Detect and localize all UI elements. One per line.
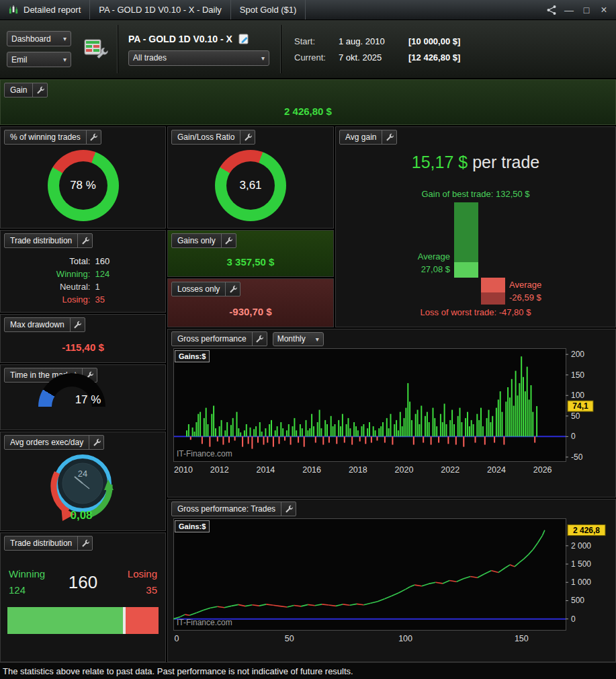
- trades-filter-value: All trades: [133, 53, 167, 63]
- chevron-down-icon: ▾: [63, 56, 67, 63]
- report-settings-icon[interactable]: [82, 37, 109, 61]
- wrench-icon[interactable]: [281, 502, 296, 516]
- titlebar-instrument-segment: Spot Gold ($1): [231, 0, 306, 19]
- period-select[interactable]: Monthly ▾: [273, 332, 324, 346]
- gain-value: 2 426,80 $: [1, 106, 615, 117]
- svg-text:150: 150: [571, 370, 584, 380]
- gain-loss-ratio-panel: Gain/Loss Ratio 3,61: [167, 126, 334, 229]
- current-label: Current:: [294, 52, 336, 63]
- winning-trades-donut: 78 %: [48, 150, 119, 221]
- losing-count: 35: [128, 584, 157, 596]
- max-drawdown-title: Max drawdown: [5, 318, 70, 331]
- wrench-icon[interactable]: [252, 332, 267, 346]
- current-date: 7 okt. 2025: [339, 52, 406, 63]
- edit-report-icon[interactable]: [238, 33, 250, 45]
- svg-text:200: 200: [571, 350, 584, 359]
- worst-trade-bar: [481, 278, 505, 305]
- winning-trades-title: % of winning trades: [5, 130, 86, 144]
- disclaimer-bar: The statistics above relate to past data…: [0, 662, 616, 679]
- gross-performance-trades-header: Gross performance: Trades: [171, 502, 296, 516]
- trades-filter-select[interactable]: All trades ▾: [128, 50, 269, 66]
- wrench-icon[interactable]: [86, 130, 101, 144]
- wrench-icon[interactable]: [221, 234, 236, 247]
- trade-distribution-panel: Trade distribution Total: 160 Winning: 1…: [0, 230, 166, 313]
- account-summary: Start: 1 aug. 2010 [10 000,00 $] Current…: [285, 36, 470, 63]
- avg-gain-per-trade-suffix: per trade: [468, 153, 539, 171]
- wrench-icon[interactable]: [32, 83, 47, 97]
- avg-gain-headline: 15,17 $ per trade: [336, 153, 615, 172]
- gains-only-title: Gains only: [172, 234, 221, 247]
- svg-text:2026: 2026: [533, 465, 552, 475]
- minimize-button[interactable]: —: [564, 5, 574, 15]
- svg-text:2012: 2012: [210, 465, 229, 475]
- gains-axis-tag: Gains:$: [175, 350, 210, 362]
- svg-text:50: 50: [571, 411, 580, 421]
- wrench-icon[interactable]: [70, 318, 85, 331]
- svg-text:0: 0: [175, 634, 179, 643]
- wrench-icon[interactable]: [77, 234, 92, 247]
- chevron-down-icon: ▾: [63, 35, 67, 42]
- wrench-icon[interactable]: [240, 130, 255, 144]
- svg-text:2 426,8: 2 426,8: [573, 526, 600, 535]
- avg-orders-header: Avg orders exec/day: [4, 435, 104, 450]
- average-win-word: Average: [418, 251, 450, 262]
- losses-only-header: Losses only: [171, 282, 240, 296]
- winning-trades-value: 78 %: [48, 150, 119, 221]
- chevron-down-icon: ▾: [261, 54, 265, 62]
- winning-label: Winning:: [56, 269, 91, 279]
- svg-text:2022: 2022: [441, 465, 459, 475]
- avg-orders-title: Avg orders exec/day: [5, 436, 89, 449]
- average-loss-label: Average -26,59 $: [509, 279, 541, 305]
- gain-loss-ratio-donut: 3,61: [215, 150, 286, 221]
- winning-trades-header: % of winning trades: [4, 130, 101, 145]
- svg-text:100: 100: [571, 391, 584, 400]
- svg-text:IT-Finance.com: IT-Finance.com: [177, 449, 232, 458]
- report-title: PA - GOLD 1D V0.10 - X: [128, 34, 232, 44]
- gain-panel-title: Gain: [5, 83, 32, 97]
- trade-distribution-bar-title: Trade distribution: [5, 536, 77, 550]
- losing-value: 35: [95, 294, 109, 305]
- maximize-button[interactable]: □: [581, 5, 592, 15]
- start-value: [10 000,00 $]: [408, 36, 460, 46]
- profile-select[interactable]: Emil ▾: [7, 52, 71, 67]
- monthly-bar-chart: -5005010015020074,1201020122014201620182…: [173, 348, 610, 482]
- losses-only-value: -930,70 $: [168, 306, 333, 317]
- gross-performance-trades-panel: Gross performance: Trades Gains:$ 05001 …: [167, 499, 616, 662]
- wrench-icon[interactable]: [77, 536, 92, 550]
- svg-text:2016: 2016: [302, 465, 321, 475]
- losing-label: Losing:: [56, 294, 91, 305]
- svg-text:0: 0: [571, 432, 576, 441]
- svg-text:74,1: 74,1: [572, 401, 588, 411]
- svg-text:1 000: 1 000: [571, 577, 591, 587]
- trade-distribution-bar-panel: Trade distribution Winning 124 160 Losin…: [0, 532, 166, 662]
- svg-text:1 500: 1 500: [571, 559, 591, 569]
- winning-trades-panel: % of winning trades 78 %: [0, 126, 166, 229]
- dial-24h-label: 24: [78, 469, 87, 479]
- wrench-icon[interactable]: [382, 130, 396, 144]
- toolbar-separator: [280, 25, 281, 73]
- share-icon[interactable]: [546, 5, 557, 15]
- avg-orders-dial: 24 0,08: [42, 450, 123, 526]
- losing-label: Losing: [128, 568, 157, 580]
- current-value: [12 426,80 $]: [408, 52, 460, 63]
- close-button[interactable]: ×: [599, 4, 609, 16]
- svg-text:2010: 2010: [174, 465, 193, 475]
- max-drawdown-header: Max drawdown: [4, 317, 85, 332]
- avg-orders-value: 0,08: [70, 509, 92, 522]
- total-label: Total:: [56, 256, 91, 266]
- average-loss-value: -26,59 $: [509, 292, 541, 303]
- svg-text:2020: 2020: [395, 465, 414, 475]
- toolbar: Dashboard ▾ Emil ▾ PA - GOLD 1D V0.10 - …: [0, 20, 616, 79]
- gross-performance-title: Gross performance: [172, 332, 252, 346]
- svg-text:IT-Finance.com: IT-Finance.com: [177, 618, 232, 627]
- trade-distribution-title: Trade distribution: [5, 234, 77, 247]
- losing-bar-segment: [126, 607, 159, 634]
- avg-gain-panel: Avg gain 15,17 $ per trade Gain of best …: [335, 126, 616, 327]
- gain-loss-ratio-header: Gain/Loss Ratio: [171, 130, 255, 145]
- wrench-icon[interactable]: [225, 282, 240, 296]
- svg-text:2014: 2014: [257, 465, 275, 475]
- view-select[interactable]: Dashboard ▾: [7, 31, 71, 46]
- avg-gain-header: Avg gain: [339, 130, 397, 145]
- wrench-icon[interactable]: [89, 436, 103, 449]
- losing-summary: Losing 35: [128, 568, 157, 596]
